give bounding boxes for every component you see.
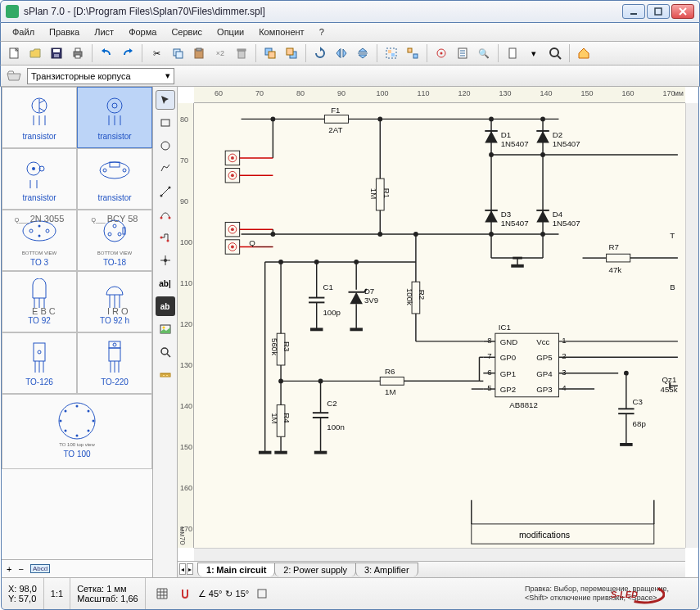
svg-text:D1: D1 bbox=[501, 130, 511, 139]
angle-15-icon[interactable]: ↻ 15° bbox=[225, 589, 249, 599]
snap-toggle-icon[interactable] bbox=[175, 584, 195, 603]
zoomfit-icon[interactable] bbox=[545, 43, 565, 63]
circle-tool-icon[interactable] bbox=[156, 136, 175, 156]
home-icon[interactable] bbox=[574, 43, 594, 63]
svg-rect-74 bbox=[34, 343, 45, 361]
maximize-button[interactable] bbox=[647, 4, 670, 19]
page-icon[interactable] bbox=[503, 43, 522, 63]
extra-icon[interactable] bbox=[252, 584, 272, 603]
palette-item[interactable]: I R O TO 92 h bbox=[77, 271, 152, 332]
minimize-button[interactable] bbox=[622, 4, 645, 19]
rect-tool-icon[interactable] bbox=[156, 113, 175, 133]
tab-next-icon[interactable]: ▸ bbox=[187, 563, 193, 575]
svg-text:T: T bbox=[670, 231, 675, 240]
tofront-icon[interactable] bbox=[260, 43, 280, 63]
tab-prev-icon[interactable]: ◂ bbox=[179, 563, 186, 575]
paste-icon[interactable] bbox=[189, 43, 209, 63]
menu-shape[interactable]: Форма bbox=[122, 25, 163, 39]
save-icon[interactable] bbox=[47, 43, 66, 63]
cut-icon[interactable]: ✂ bbox=[147, 43, 166, 63]
svg-line-37 bbox=[39, 100, 45, 103]
scrollbar-vertical[interactable] bbox=[685, 103, 698, 548]
menu-edit[interactable]: Правка bbox=[43, 25, 86, 39]
svg-point-87 bbox=[88, 409, 90, 412]
close-button[interactable] bbox=[671, 4, 694, 19]
wire-tool-icon[interactable] bbox=[156, 228, 175, 247]
angle-45-icon[interactable]: ∠ 45° bbox=[198, 589, 223, 599]
svg-point-279 bbox=[624, 371, 629, 376]
undo-icon[interactable] bbox=[97, 43, 116, 63]
pointer-tool-icon[interactable] bbox=[156, 90, 175, 110]
sheet-tab[interactable]: 1: Main circuit bbox=[197, 563, 275, 576]
print-icon[interactable] bbox=[68, 43, 88, 63]
palette-item[interactable]: TO-220 bbox=[77, 332, 152, 394]
svg-point-101 bbox=[166, 240, 169, 242]
menu-component[interactable]: Компонент bbox=[252, 25, 310, 39]
palette-item[interactable]: transistor bbox=[77, 148, 152, 210]
dropdown-icon[interactable]: ▾ bbox=[524, 43, 544, 63]
svg-rect-20 bbox=[287, 48, 293, 55]
svg-point-180 bbox=[377, 116, 382, 121]
svg-text:2AT: 2AT bbox=[328, 125, 342, 134]
palette-item[interactable]: transistor bbox=[2, 87, 77, 148]
line-tool-icon[interactable] bbox=[156, 182, 175, 201]
palette-item[interactable]: transistor bbox=[77, 87, 152, 148]
toback-icon[interactable] bbox=[282, 43, 301, 63]
snap-icon[interactable] bbox=[431, 43, 451, 63]
measure-tool-icon[interactable] bbox=[156, 365, 175, 385]
svg-point-52 bbox=[100, 162, 129, 178]
svg-text:1M: 1M bbox=[270, 413, 279, 423]
delete-icon[interactable] bbox=[232, 43, 251, 63]
svg-point-143 bbox=[489, 152, 494, 157]
sheet-tab[interactable]: 2: Power supply bbox=[274, 563, 356, 576]
palette-item[interactable]: Q___ 2N 3055 BOTTOM VIEW TO 3 bbox=[2, 210, 77, 271]
textbox-tool-icon[interactable]: ab bbox=[156, 296, 175, 316]
palette-item[interactable]: TO 100 top view TO 100 bbox=[2, 394, 152, 469]
palette-item[interactable]: TO-126 bbox=[2, 332, 77, 394]
sheet-tab[interactable]: 3: Amplifier bbox=[355, 563, 418, 576]
redo-icon[interactable] bbox=[118, 43, 138, 63]
image-tool-icon[interactable] bbox=[156, 319, 175, 339]
svg-point-100 bbox=[160, 237, 162, 239]
menu-service[interactable]: Сервис bbox=[165, 25, 209, 39]
junction-tool-icon[interactable] bbox=[156, 251, 175, 270]
grid-icon[interactable] bbox=[152, 584, 172, 603]
svg-text:100p: 100p bbox=[323, 308, 341, 317]
zoom-tool-icon[interactable] bbox=[156, 342, 175, 362]
bezier-tool-icon[interactable] bbox=[156, 205, 175, 224]
svg-text:GND: GND bbox=[500, 337, 518, 346]
fliph-icon[interactable] bbox=[332, 43, 351, 63]
zoom-out-icon[interactable]: − bbox=[18, 564, 23, 574]
canvas[interactable]: F1 2AT D1 1N5407 D2 1N5407 bbox=[194, 103, 685, 548]
svg-text:E B C: E B C bbox=[32, 306, 56, 314]
zoom-in-icon[interactable]: + bbox=[7, 564, 11, 574]
library-selector[interactable]: Транзисторные корпуса ▾ bbox=[27, 68, 174, 84]
svg-point-168 bbox=[231, 246, 234, 249]
svg-point-237 bbox=[318, 378, 323, 383]
menu-help[interactable]: ? bbox=[313, 25, 331, 39]
copy-icon[interactable] bbox=[168, 43, 187, 63]
svg-text:6: 6 bbox=[487, 368, 491, 377]
text-tool-icon[interactable]: ab| bbox=[156, 273, 175, 293]
duplicate-icon[interactable]: ×2 bbox=[210, 43, 230, 63]
list-icon[interactable] bbox=[453, 43, 472, 63]
svg-point-181 bbox=[377, 232, 382, 237]
palette-item[interactable]: E B C TO 92 bbox=[2, 271, 77, 332]
group-icon[interactable] bbox=[382, 43, 401, 63]
ungroup-icon[interactable] bbox=[403, 43, 422, 63]
label-toggle-icon[interactable]: Abcd bbox=[30, 564, 50, 573]
new-icon[interactable] bbox=[4, 43, 24, 63]
menu-sheet[interactable]: Лист bbox=[88, 25, 120, 39]
menu-options[interactable]: Опции bbox=[210, 25, 251, 39]
open-icon[interactable] bbox=[25, 43, 45, 63]
search-icon[interactable]: 🔍 bbox=[474, 43, 494, 63]
rotate-icon[interactable] bbox=[310, 43, 330, 63]
svg-rect-18 bbox=[269, 52, 275, 58]
flipv-icon[interactable] bbox=[353, 43, 373, 63]
palette-item[interactable]: transistor bbox=[2, 148, 77, 210]
scrollbar-horizontal[interactable] bbox=[194, 548, 685, 561]
menu-file[interactable]: Файл bbox=[6, 25, 41, 39]
library-icon[interactable] bbox=[4, 66, 24, 86]
poly-tool-icon[interactable] bbox=[156, 159, 175, 178]
palette-item[interactable]: Q___ BCY 58 BOTTOM VIEW TO-18 bbox=[77, 210, 152, 271]
